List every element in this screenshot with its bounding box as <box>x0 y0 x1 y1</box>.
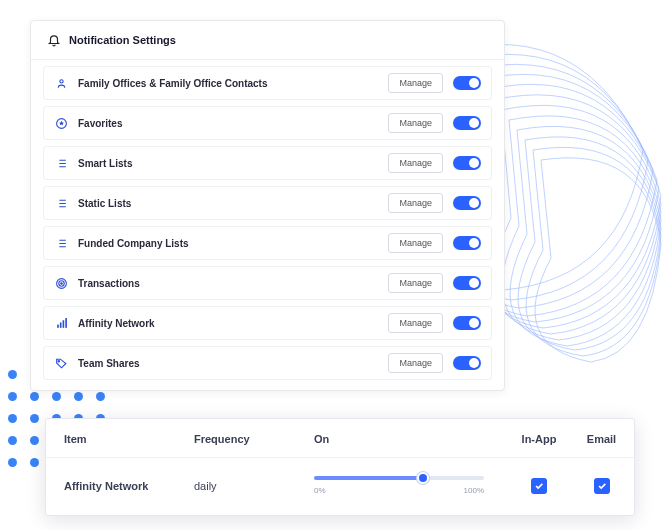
toggle-switch[interactable] <box>453 76 481 90</box>
slider-labels: 0% 100% <box>314 486 484 495</box>
on-slider[interactable] <box>314 476 484 480</box>
svg-point-4 <box>60 282 62 284</box>
toggle-switch[interactable] <box>453 316 481 330</box>
slider-max-label: 100% <box>464 486 484 495</box>
svg-rect-6 <box>59 322 61 327</box>
row-transactions: Transactions Manage <box>43 266 492 300</box>
target-icon <box>54 276 68 290</box>
list-icon <box>54 236 68 250</box>
in-app-checkbox[interactable] <box>531 478 547 494</box>
toggle-switch[interactable] <box>453 116 481 130</box>
slider-thumb[interactable] <box>417 472 429 484</box>
panel-header: Notification Settings <box>31 21 504 60</box>
svg-point-0 <box>59 79 62 82</box>
row-label: Smart Lists <box>78 158 378 169</box>
col-header-on: On <box>314 433 504 445</box>
svg-rect-7 <box>62 320 64 328</box>
col-header-item: Item <box>64 433 194 445</box>
row-label: Family Offices & Family Office Contacts <box>78 78 378 89</box>
manage-button[interactable]: Manage <box>388 353 443 373</box>
toggle-switch[interactable] <box>453 236 481 250</box>
col-header-email: Email <box>574 433 629 445</box>
slider-min-label: 0% <box>314 486 326 495</box>
row-static-lists: Static Lists Manage <box>43 186 492 220</box>
manage-button[interactable]: Manage <box>388 153 443 173</box>
col-header-in-app: In-App <box>504 433 574 445</box>
svg-point-9 <box>58 360 59 361</box>
manage-button[interactable]: Manage <box>388 233 443 253</box>
detail-frequency-value: daily <box>194 480 314 492</box>
manage-button[interactable]: Manage <box>388 313 443 333</box>
row-label: Static Lists <box>78 198 378 209</box>
manage-button[interactable]: Manage <box>388 273 443 293</box>
row-label: Team Shares <box>78 358 378 369</box>
detail-panel: Item Frequency On In-App Email Affinity … <box>45 418 635 516</box>
row-label: Affinity Network <box>78 318 378 329</box>
bell-icon <box>47 33 61 47</box>
toggle-switch[interactable] <box>453 356 481 370</box>
list-icon <box>54 196 68 210</box>
panel-title: Notification Settings <box>69 34 176 46</box>
signal-icon <box>54 316 68 330</box>
person-icon <box>54 76 68 90</box>
toggle-switch[interactable] <box>453 156 481 170</box>
row-affinity-network: Affinity Network Manage <box>43 306 492 340</box>
detail-item-name: Affinity Network <box>64 480 194 492</box>
list-icon <box>54 156 68 170</box>
manage-button[interactable]: Manage <box>388 193 443 213</box>
manage-button[interactable]: Manage <box>388 73 443 93</box>
toggle-switch[interactable] <box>453 196 481 210</box>
col-header-frequency: Frequency <box>194 433 314 445</box>
settings-rows: Family Offices & Family Office Contacts … <box>31 60 504 390</box>
svg-rect-5 <box>57 324 59 327</box>
on-slider-container: 0% 100% <box>314 476 504 495</box>
manage-button[interactable]: Manage <box>388 113 443 133</box>
email-checkbox[interactable] <box>594 478 610 494</box>
slider-fill <box>314 476 423 480</box>
row-family-offices: Family Offices & Family Office Contacts … <box>43 66 492 100</box>
toggle-switch[interactable] <box>453 276 481 290</box>
notification-settings-panel: Notification Settings Family Offices & F… <box>30 20 505 391</box>
row-label: Transactions <box>78 278 378 289</box>
tag-icon <box>54 356 68 370</box>
detail-body-row: Affinity Network daily 0% 100% <box>46 458 634 515</box>
star-circle-icon <box>54 116 68 130</box>
svg-rect-8 <box>65 318 67 328</box>
row-funded-company-lists: Funded Company Lists Manage <box>43 226 492 260</box>
row-label: Funded Company Lists <box>78 238 378 249</box>
row-team-shares: Team Shares Manage <box>43 346 492 380</box>
row-smart-lists: Smart Lists Manage <box>43 146 492 180</box>
row-favorites: Favorites Manage <box>43 106 492 140</box>
detail-header-row: Item Frequency On In-App Email <box>46 419 634 458</box>
row-label: Favorites <box>78 118 378 129</box>
